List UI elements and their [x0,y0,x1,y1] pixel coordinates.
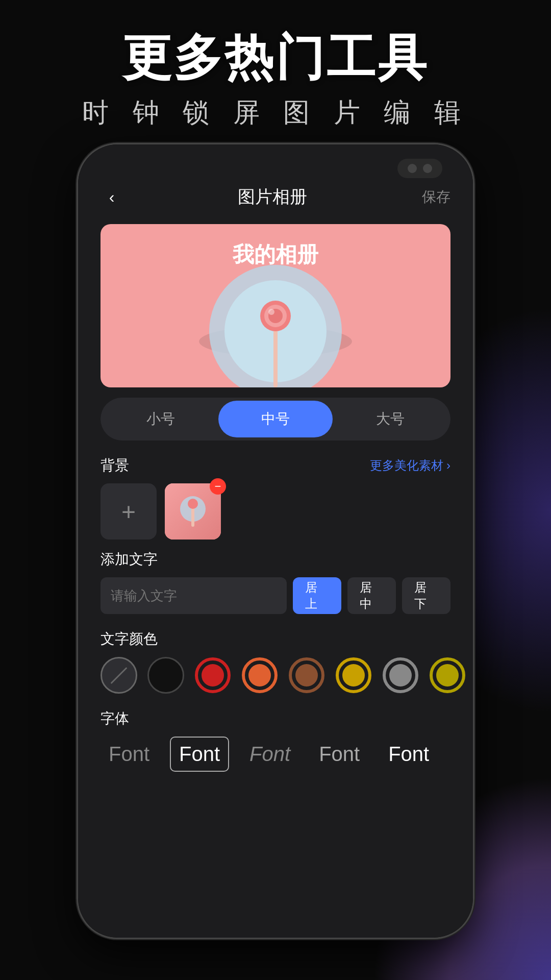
svg-point-16 [295,664,318,687]
size-btn-large[interactable]: 大号 [333,401,447,437]
font-row: Font Font Font Font Font Font [101,737,450,772]
background-label: 背景 [101,456,129,475]
font-item-3[interactable]: Font [311,738,368,771]
font-label-4: Font [388,743,429,766]
color-ring-red[interactable] [194,657,231,694]
font-item-0[interactable]: Font [101,738,158,771]
font-label-2: Font [249,743,290,766]
font-item-4[interactable]: Font [380,738,437,771]
svg-point-10 [188,499,198,509]
camera-area [397,159,442,178]
preview-card: 我的相册 [101,224,450,387]
color-none[interactable] [101,657,137,694]
back-button[interactable]: ‹ [101,186,123,208]
background-section-header: 背景 更多美化素材 › [78,451,473,483]
screen-content: ‹ 图片相册 保存 我的相册 [78,144,473,938]
main-title: 更多热门工具 [0,31,551,85]
more-materials-link[interactable]: 更多美化素材 › [370,457,450,474]
color-section-label: 文字颜色 [101,629,450,649]
preview-illustration [189,265,362,387]
font-item-5[interactable]: Font [449,738,450,771]
size-btn-medium[interactable]: 中号 [218,401,333,437]
color-ring-orange[interactable] [241,657,278,694]
color-ring-brown[interactable] [288,657,325,694]
size-btn-small[interactable]: 小号 [104,401,218,437]
svg-rect-9 [191,506,194,527]
phone-frame: ‹ 图片相册 保存 我的相册 [77,143,474,939]
background-item-1[interactable]: − [165,483,221,540]
color-ring-gray[interactable] [382,657,419,694]
top-section: 更多热门工具 时 钟 锁 屏 图 片 编 辑 [0,31,551,131]
camera-dot-2 [423,164,432,173]
svg-point-14 [248,664,271,687]
color-black[interactable] [147,657,184,694]
save-button[interactable]: 保存 [422,187,450,207]
color-ring-yellow[interactable] [429,657,466,694]
font-section-label: 字体 [101,709,450,728]
svg-point-20 [389,664,412,687]
color-ring-gold[interactable] [335,657,372,694]
svg-point-7 [268,309,274,315]
font-item-2[interactable]: Font [241,738,298,771]
font-item-1[interactable]: Font [170,737,229,772]
text-input-row: 居上 居中 居下 [101,577,450,614]
svg-point-12 [202,664,224,687]
bg-preview-svg [172,491,213,532]
font-label-0: Font [109,743,149,766]
background-picker-row: + − [78,483,473,550]
add-text-section: 添加文字 居上 居中 居下 [78,550,473,619]
slash-icon [110,667,127,683]
chevron-right-icon: › [446,458,450,473]
phone-mockup: ‹ 图片相册 保存 我的相册 [77,143,474,939]
camera-dot-1 [408,164,417,173]
text-input[interactable] [101,577,287,614]
size-selector: 小号 中号 大号 [101,398,450,440]
delete-background-button[interactable]: − [210,478,226,495]
font-section: 字体 Font Font Font Font Font [78,699,473,777]
color-section: 文字颜色 [78,619,473,699]
color-row [101,657,450,694]
add-text-label: 添加文字 [101,550,450,569]
font-label-1: Font [179,743,220,766]
sub-title: 时 钟 锁 屏 图 片 编 辑 [0,95,551,131]
svg-point-22 [436,664,459,687]
align-bottom-button[interactable]: 居下 [402,577,450,614]
svg-point-18 [342,664,365,687]
header-title: 图片相册 [238,185,307,209]
header-bar: ‹ 图片相册 保存 [78,144,473,219]
font-label-3: Font [319,743,360,766]
align-top-button[interactable]: 居上 [293,577,341,614]
align-center-button[interactable]: 居中 [347,577,396,614]
add-background-button[interactable]: + [101,483,157,540]
album-title: 我的相册 [233,240,318,269]
